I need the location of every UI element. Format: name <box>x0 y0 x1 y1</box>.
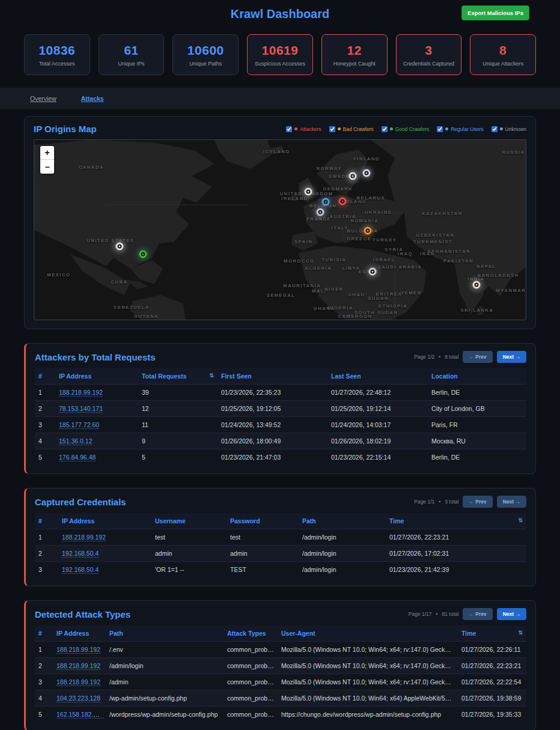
cell-ip: 188.218.99.192 <box>55 385 138 401</box>
map-marker-bad-crawler[interactable] <box>364 227 371 234</box>
world-map[interactable]: CANADAUNITED STATESMEXICOCUBAVENEZUELAGU… <box>34 139 526 320</box>
cell-time: 01/27/2026, 22:23:21 <box>458 658 526 674</box>
stat-card-unique-ips: 61 Unique IPs <box>99 34 165 75</box>
stat-card-honeypot-caught: 12 Honeypot Caught <box>321 34 388 75</box>
sort-icon[interactable]: ⇅ <box>209 373 214 379</box>
map-marker-unknown[interactable] <box>317 208 324 216</box>
map-country-label: BULGARIA <box>347 228 378 233</box>
map-country-label: ISRAEL <box>373 257 395 262</box>
map-country-label: SENEGAL <box>267 293 295 298</box>
map-country-label: FINLAND <box>353 156 380 161</box>
cell-total-requests: 11 <box>138 417 218 433</box>
marker-center-dot <box>320 211 321 213</box>
prev-page-button[interactable]: ← Prev <box>463 496 492 508</box>
col-header-time[interactable]: Time⇅ <box>386 513 526 529</box>
map-marker-unknown[interactable] <box>349 172 357 180</box>
cell-num: 2 <box>35 401 55 417</box>
marker-center-dot <box>118 245 120 247</box>
map-country-label: KAZAKHSTAN <box>422 211 463 216</box>
cell-num: 2 <box>35 546 58 562</box>
map-country-label: TURKEY <box>373 237 397 242</box>
ip-link[interactable]: 185.177.72.60 <box>59 421 99 429</box>
map-marker-unknown[interactable] <box>362 169 370 177</box>
cell-ip: 151.36.0.12 <box>55 433 138 449</box>
credentials-pagination: Page 1/1 • 3 total ← Prev Next → <box>414 496 526 508</box>
map-marker-regular-user[interactable] <box>322 198 330 206</box>
stat-value: 8 <box>499 43 507 58</box>
col-header-user-agent[interactable]: User-Agent <box>278 625 458 642</box>
col-header-attack-types[interactable]: Attack Types <box>224 625 278 642</box>
cell-location: Berlin, DE <box>428 385 526 401</box>
legend-checkbox-regular-users[interactable] <box>437 126 443 132</box>
col-header-num[interactable]: # <box>35 513 58 529</box>
next-page-button[interactable]: Next → <box>497 351 526 363</box>
next-page-button[interactable]: Next → <box>497 496 526 508</box>
col-header-path[interactable]: Path <box>106 625 224 642</box>
map-country-label: SAUDI ARABIA <box>378 264 422 269</box>
cell-location: City of London, GB <box>428 401 526 417</box>
prev-page-button[interactable]: ← Prev <box>463 351 492 363</box>
col-header-path[interactable]: Path <box>299 513 386 529</box>
tab-attacks[interactable]: Attacks <box>81 95 104 102</box>
cell-path: /admin/login <box>299 529 386 546</box>
col-header-time[interactable]: Time⇅ <box>458 625 526 642</box>
cell-user-agent: Mozilla/5.0 (Windows NT 10.0; Win64; x64… <box>278 642 458 658</box>
ip-link[interactable]: 188.218.99.192 <box>56 646 100 654</box>
legend-checkbox-unknown[interactable] <box>492 126 498 132</box>
col-header-total-requests[interactable]: Total Requests⇅ <box>138 368 218 385</box>
cell-last-seen: 01/27/2026, 22:48:12 <box>327 385 428 401</box>
ip-link[interactable]: 176.84.96.48 <box>59 454 96 461</box>
table-row: 5162.158.182.104/wordpress/wp-admin/setu… <box>35 707 526 723</box>
map-marker-good-crawler[interactable] <box>139 250 147 258</box>
ip-link[interactable]: 162.158.182.104 <box>56 711 104 719</box>
legend-checkbox-bad-crawlers[interactable] <box>329 126 335 132</box>
cell-total-requests: 12 <box>138 401 218 417</box>
ip-link[interactable]: 192.168.50.4 <box>62 566 99 574</box>
ip-link[interactable]: 151.36.0.12 <box>59 437 92 445</box>
export-malicious-ips-button[interactable]: Export Malicious IPs <box>461 5 529 20</box>
col-header-password[interactable]: Password <box>227 513 299 529</box>
map-marker-unknown[interactable] <box>368 268 376 276</box>
next-page-button[interactable]: Next → <box>497 608 526 620</box>
legend-checkbox-attackers[interactable] <box>286 126 292 132</box>
cell-attack-types: common_probes <box>224 690 278 707</box>
ip-link[interactable]: 188.218.99.192 <box>62 534 106 541</box>
cell-path: /admin/login <box>299 546 386 562</box>
col-header-num[interactable]: # <box>35 368 55 385</box>
col-header-ip[interactable]: IP Address <box>53 625 106 642</box>
map-marker-unknown[interactable] <box>304 187 312 195</box>
map-country-label: GHANA <box>314 305 335 311</box>
col-header-first-seen[interactable]: First Seen <box>218 368 327 385</box>
stat-label: Total Accesses <box>39 61 75 67</box>
ip-link[interactable]: 104.23.223.128 <box>56 695 100 702</box>
col-header-ip[interactable]: IP Address <box>58 513 151 529</box>
ip-link[interactable]: 188.218.99.192 <box>59 389 103 397</box>
attack-types-panel-title: Detected Attack Types <box>35 609 130 619</box>
marker-center-dot <box>307 190 309 192</box>
map-marker-unknown[interactable] <box>473 281 481 289</box>
tab-overview[interactable]: Overview <box>30 95 56 102</box>
cell-num: 4 <box>35 433 55 449</box>
legend-checkbox-good-crawlers[interactable] <box>382 126 388 132</box>
ip-link[interactable]: 192.168.50.4 <box>62 550 99 558</box>
zoom-out-button[interactable]: − <box>40 160 54 174</box>
prev-page-button[interactable]: ← Prev <box>463 608 492 620</box>
cell-time: 01/27/2026, 22:23:21 <box>386 529 526 546</box>
cell-num: 5 <box>35 707 53 723</box>
col-header-ip[interactable]: IP Address <box>55 368 138 385</box>
zoom-in-button[interactable]: + <box>40 146 54 160</box>
col-header-location[interactable]: Location <box>428 368 526 385</box>
map-marker-unknown[interactable] <box>115 242 123 250</box>
sort-icon[interactable]: ⇅ <box>518 517 523 523</box>
map-marker-attacker[interactable] <box>338 198 346 205</box>
ip-link[interactable]: 78.153.140.171 <box>59 405 103 413</box>
ip-link[interactable]: 188.218.99.192 <box>56 662 100 670</box>
cell-ip: 185.177.72.60 <box>55 417 138 433</box>
ip-link[interactable]: 188.218.99.192 <box>56 678 100 686</box>
col-header-num[interactable]: # <box>35 625 53 642</box>
stat-label: Credentials Captured <box>403 61 454 67</box>
col-header-username[interactable]: Username <box>151 513 227 529</box>
sort-icon[interactable]: ⇅ <box>518 630 523 636</box>
cell-first-seen: 01/23/2026, 21:47:03 <box>218 449 327 466</box>
col-header-last-seen[interactable]: Last Seen <box>327 368 428 385</box>
